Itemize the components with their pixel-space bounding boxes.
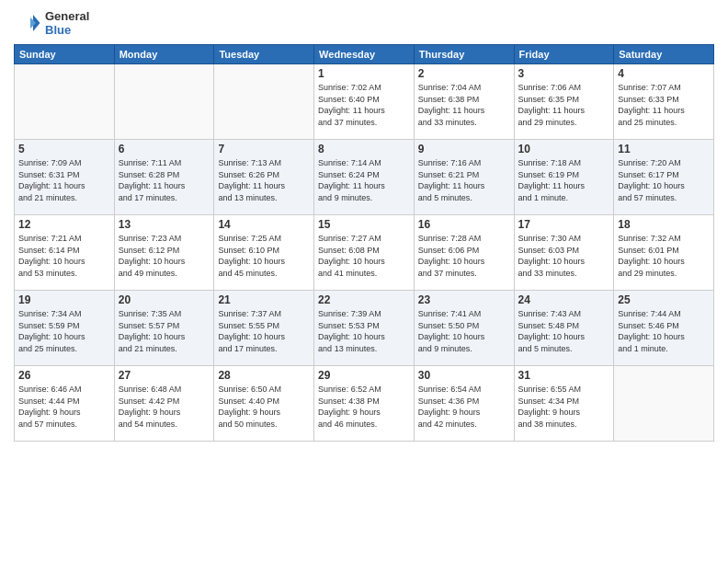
calendar-cell: 25Sunrise: 7:44 AM Sunset: 5:46 PM Dayli… (614, 291, 714, 366)
week-row-3: 12Sunrise: 7:21 AM Sunset: 6:14 PM Dayli… (15, 215, 714, 291)
day-info: Sunrise: 7:09 AM Sunset: 6:31 PM Dayligh… (18, 157, 110, 203)
day-number: 28 (218, 369, 310, 382)
day-info: Sunrise: 7:14 AM Sunset: 6:24 PM Dayligh… (318, 157, 410, 203)
day-number: 17 (518, 218, 610, 231)
day-info: Sunrise: 7:21 AM Sunset: 6:14 PM Dayligh… (18, 233, 110, 279)
day-info: Sunrise: 7:27 AM Sunset: 6:08 PM Dayligh… (318, 233, 410, 279)
day-info: Sunrise: 6:52 AM Sunset: 4:38 PM Dayligh… (318, 384, 410, 430)
day-number: 2 (418, 67, 510, 80)
calendar-cell: 22Sunrise: 7:39 AM Sunset: 5:53 PM Dayli… (314, 291, 415, 366)
calendar-cell: 29Sunrise: 6:52 AM Sunset: 4:38 PM Dayli… (314, 366, 415, 442)
calendar-cell (15, 64, 115, 140)
calendar-cell: 6Sunrise: 7:11 AM Sunset: 6:28 PM Daylig… (114, 140, 214, 215)
day-info: Sunrise: 7:02 AM Sunset: 6:40 PM Dayligh… (318, 82, 410, 128)
day-info: Sunrise: 7:44 AM Sunset: 5:46 PM Dayligh… (618, 308, 710, 354)
weekday-header-friday: Friday (514, 45, 614, 64)
calendar-cell (614, 366, 714, 442)
day-info: Sunrise: 7:28 AM Sunset: 6:06 PM Dayligh… (418, 233, 510, 279)
day-number: 4 (618, 67, 710, 80)
day-info: Sunrise: 7:20 AM Sunset: 6:17 PM Dayligh… (618, 157, 710, 203)
day-info: Sunrise: 7:11 AM Sunset: 6:28 PM Dayligh… (119, 157, 210, 203)
calendar-cell: 11Sunrise: 7:20 AM Sunset: 6:17 PM Dayli… (614, 140, 714, 215)
day-number: 14 (218, 218, 310, 231)
week-row-2: 5Sunrise: 7:09 AM Sunset: 6:31 PM Daylig… (15, 140, 714, 215)
day-number: 25 (618, 293, 710, 306)
day-number: 18 (618, 218, 710, 231)
day-number: 10 (518, 143, 610, 155)
day-info: Sunrise: 7:07 AM Sunset: 6:33 PM Dayligh… (618, 82, 710, 128)
weekday-header-thursday: Thursday (414, 45, 514, 64)
day-number: 23 (418, 293, 510, 306)
day-info: Sunrise: 7:43 AM Sunset: 5:48 PM Dayligh… (518, 308, 610, 354)
calendar-cell: 12Sunrise: 7:21 AM Sunset: 6:14 PM Dayli… (15, 215, 115, 291)
calendar-cell: 17Sunrise: 7:30 AM Sunset: 6:03 PM Dayli… (514, 215, 614, 291)
day-number: 30 (418, 369, 510, 382)
calendar-cell: 14Sunrise: 7:25 AM Sunset: 6:10 PM Dayli… (214, 215, 314, 291)
logo-icon (14, 9, 41, 37)
calendar-cell: 9Sunrise: 7:16 AM Sunset: 6:21 PM Daylig… (414, 140, 514, 215)
calendar-cell: 26Sunrise: 6:46 AM Sunset: 4:44 PM Dayli… (15, 366, 115, 442)
calendar-cell: 30Sunrise: 6:54 AM Sunset: 4:36 PM Dayli… (414, 366, 514, 442)
calendar-cell: 3Sunrise: 7:06 AM Sunset: 6:35 PM Daylig… (514, 64, 614, 140)
calendar-cell: 21Sunrise: 7:37 AM Sunset: 5:55 PM Dayli… (214, 291, 314, 366)
weekday-header-monday: Monday (114, 45, 214, 64)
calendar-cell: 18Sunrise: 7:32 AM Sunset: 6:01 PM Dayli… (614, 215, 714, 291)
week-row-4: 19Sunrise: 7:34 AM Sunset: 5:59 PM Dayli… (15, 291, 714, 366)
day-number: 24 (518, 293, 610, 306)
calendar-cell: 20Sunrise: 7:35 AM Sunset: 5:57 PM Dayli… (114, 291, 214, 366)
day-number: 13 (119, 218, 210, 231)
calendar-cell: 4Sunrise: 7:07 AM Sunset: 6:33 PM Daylig… (614, 64, 714, 140)
calendar-cell (214, 64, 314, 140)
day-number: 20 (119, 293, 210, 306)
day-number: 31 (518, 369, 610, 382)
day-number: 9 (418, 143, 510, 155)
day-number: 21 (218, 293, 310, 306)
calendar-table: SundayMondayTuesdayWednesdayThursdayFrid… (14, 44, 714, 442)
calendar-cell: 16Sunrise: 7:28 AM Sunset: 6:06 PM Dayli… (414, 215, 514, 291)
weekday-header-sunday: Sunday (15, 45, 115, 64)
day-number: 8 (318, 143, 410, 155)
day-info: Sunrise: 7:16 AM Sunset: 6:21 PM Dayligh… (418, 157, 510, 203)
day-info: Sunrise: 6:54 AM Sunset: 4:36 PM Dayligh… (418, 384, 510, 430)
day-number: 11 (618, 143, 710, 155)
day-info: Sunrise: 6:46 AM Sunset: 4:44 PM Dayligh… (18, 384, 110, 430)
day-number: 27 (119, 369, 210, 382)
day-info: Sunrise: 7:30 AM Sunset: 6:03 PM Dayligh… (518, 233, 610, 279)
day-info: Sunrise: 7:32 AM Sunset: 6:01 PM Dayligh… (618, 233, 710, 279)
weekday-header-row: SundayMondayTuesdayWednesdayThursdayFrid… (15, 45, 714, 64)
week-row-5: 26Sunrise: 6:46 AM Sunset: 4:44 PM Dayli… (15, 366, 714, 442)
day-info: Sunrise: 7:34 AM Sunset: 5:59 PM Dayligh… (18, 308, 110, 354)
week-row-1: 1Sunrise: 7:02 AM Sunset: 6:40 PM Daylig… (15, 64, 714, 140)
day-info: Sunrise: 6:50 AM Sunset: 4:40 PM Dayligh… (218, 384, 310, 430)
calendar-cell: 28Sunrise: 6:50 AM Sunset: 4:40 PM Dayli… (214, 366, 314, 442)
day-info: Sunrise: 7:35 AM Sunset: 5:57 PM Dayligh… (119, 308, 210, 354)
day-info: Sunrise: 7:13 AM Sunset: 6:26 PM Dayligh… (218, 157, 310, 203)
day-info: Sunrise: 7:04 AM Sunset: 6:38 PM Dayligh… (418, 82, 510, 128)
day-number: 26 (18, 369, 110, 382)
day-number: 19 (18, 293, 110, 306)
day-number: 5 (18, 143, 110, 155)
day-info: Sunrise: 7:25 AM Sunset: 6:10 PM Dayligh… (218, 233, 310, 279)
day-info: Sunrise: 7:23 AM Sunset: 6:12 PM Dayligh… (119, 233, 210, 279)
day-number: 16 (418, 218, 510, 231)
calendar-cell: 7Sunrise: 7:13 AM Sunset: 6:26 PM Daylig… (214, 140, 314, 215)
calendar-cell: 23Sunrise: 7:41 AM Sunset: 5:50 PM Dayli… (414, 291, 514, 366)
day-info: Sunrise: 7:41 AM Sunset: 5:50 PM Dayligh… (418, 308, 510, 354)
logo: General Blue (14, 9, 89, 37)
day-info: Sunrise: 6:55 AM Sunset: 4:34 PM Dayligh… (518, 384, 610, 430)
day-info: Sunrise: 6:48 AM Sunset: 4:42 PM Dayligh… (119, 384, 210, 430)
day-number: 29 (318, 369, 410, 382)
day-number: 7 (218, 143, 310, 155)
calendar-cell: 8Sunrise: 7:14 AM Sunset: 6:24 PM Daylig… (314, 140, 415, 215)
header: General Blue (14, 9, 714, 37)
calendar-cell (114, 64, 214, 140)
day-number: 22 (318, 293, 410, 306)
calendar-cell: 1Sunrise: 7:02 AM Sunset: 6:40 PM Daylig… (314, 64, 415, 140)
calendar-cell: 19Sunrise: 7:34 AM Sunset: 5:59 PM Dayli… (15, 291, 115, 366)
calendar-cell: 24Sunrise: 7:43 AM Sunset: 5:48 PM Dayli… (514, 291, 614, 366)
day-info: Sunrise: 7:18 AM Sunset: 6:19 PM Dayligh… (518, 157, 610, 203)
day-number: 1 (318, 67, 410, 80)
day-number: 3 (518, 67, 610, 80)
weekday-header-wednesday: Wednesday (314, 45, 415, 64)
day-info: Sunrise: 7:39 AM Sunset: 5:53 PM Dayligh… (318, 308, 410, 354)
